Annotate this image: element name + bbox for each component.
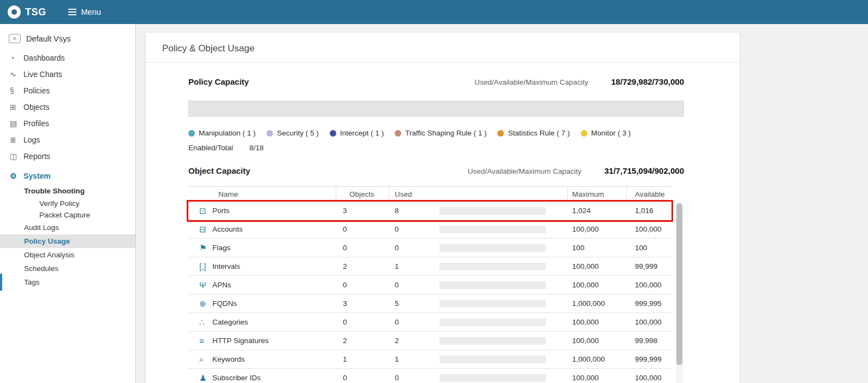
cell-available: 100,000	[627, 318, 671, 326]
sidebar-item-policies[interactable]: § Policies	[0, 83, 135, 99]
sidebar-system-label: System	[23, 172, 51, 180]
cell-used: 2	[389, 337, 439, 345]
sidebar-item-label: Live Charts	[23, 70, 62, 79]
sidebar-item-live-charts[interactable]: ∿ Live Charts	[0, 66, 135, 83]
table-row-http-signatures: ≡HTTP Signatures 2 2 100,000 99,998	[188, 332, 671, 350]
table-row-fqdns: ⊕FQDNs 3 5 1,000,000 999,995	[188, 294, 671, 313]
object-capacity-title: Object Capacity	[188, 166, 250, 175]
column-header-maximum: Maximum	[568, 187, 627, 201]
legend-item-security: Security ( 5 )	[266, 129, 319, 137]
antenna-icon: Ψ	[199, 280, 212, 290]
cell-used: 8	[389, 207, 439, 215]
legend-item-monitor: Monitor ( 3 )	[581, 129, 631, 137]
legend-label: Traffic Shaping Rule ( 1 )	[405, 129, 486, 137]
menu-button[interactable]: Menu	[68, 8, 101, 16]
cell-maximum: 100,000	[568, 337, 627, 345]
usage-bar	[439, 337, 546, 345]
usage-bar	[439, 244, 546, 252]
reports-icon: ◫	[10, 152, 23, 161]
page-title: Policy & Object Usage	[146, 33, 740, 63]
cell-objects: 0	[336, 318, 389, 326]
gear-icon: ⚙	[10, 172, 23, 180]
sidebar-item-default-vsys[interactable]: ≡ Default Vsys	[0, 27, 135, 50]
globe-icon: ⊕	[199, 299, 212, 309]
cell-used: 5	[389, 299, 439, 308]
cell-name: Ports	[212, 207, 230, 215]
legend-item-statistics-rule: Statistics Rule ( 7 )	[497, 129, 569, 137]
cell-name: FQDNs	[212, 299, 237, 308]
document-icon: ≡	[199, 336, 212, 345]
cell-name: Flags	[212, 244, 230, 252]
sidebar-item-policy-usage[interactable]: Policy Usage	[0, 234, 135, 248]
sitemap-icon: ∴	[199, 317, 212, 327]
cell-maximum: 100,000	[568, 374, 627, 382]
cell-name: Intervals	[212, 262, 240, 270]
usage-bar	[439, 300, 546, 308]
cell-available: 100,000	[627, 225, 671, 233]
cell-used: 0	[389, 318, 439, 326]
flag-icon: ⚑	[199, 243, 212, 253]
sidebar-item-schedules[interactable]: Schedules	[0, 262, 135, 275]
legend-item-intercept: Intercept ( 1 )	[330, 129, 384, 137]
enabled-total-label: Enabled/Total	[188, 144, 233, 152]
cell-objects: 1	[336, 355, 389, 363]
sidebar-item-reports[interactable]: ◫ Reports	[0, 148, 135, 164]
usage-bar	[439, 374, 546, 382]
usage-bar	[439, 319, 546, 326]
cell-used: 0	[389, 225, 439, 233]
ports-icon: ⊡	[199, 206, 212, 216]
table-row-ports: ⊡Ports 3 8 1,024 1,016	[188, 202, 671, 220]
main-content: Policy & Object Usage Policy Capacity Us…	[136, 24, 868, 383]
sidebar-item-packet-capture[interactable]: Packet Capture	[0, 209, 135, 221]
magnifier-icon: ⌕	[199, 355, 212, 364]
policies-icon: §	[10, 86, 23, 95]
dashboard-icon: ◔	[10, 54, 23, 62]
profiles-icon: ▤	[10, 119, 23, 128]
sidebar-item-verify-policy[interactable]: Verify Policy	[0, 198, 135, 209]
sidebar-item-trouble-shooting[interactable]: Trouble Shooting	[0, 184, 135, 198]
sidebar-item-object-analysis[interactable]: Object Analysis	[0, 248, 135, 262]
object-capacity-header: Object Capacity Used/Available/Maximum C…	[188, 166, 684, 175]
sidebar: ≡ Default Vsys ◔ Dashboards ∿ Live Chart…	[0, 24, 136, 383]
cell-available: 999,995	[627, 299, 671, 308]
cell-used: 0	[389, 244, 439, 252]
chart-icon: ∿	[10, 70, 23, 79]
sidebar-item-audit-logs[interactable]: Audit Logs	[0, 221, 135, 234]
logs-icon: ≣	[10, 135, 23, 144]
sidebar-item-system[interactable]: ⚙ System	[0, 168, 135, 184]
policy-object-usage-card: Policy & Object Usage Policy Capacity Us…	[146, 33, 740, 383]
legend-dot	[266, 130, 273, 137]
brand: TSG	[8, 5, 46, 19]
table-header-row: Name Objects Used Maximum Available	[188, 186, 671, 202]
table-row-categories: ∴Categories 0 0 100,000 100,000	[188, 313, 671, 332]
table-scrollbar[interactable]	[676, 202, 683, 383]
sidebar-item-logs[interactable]: ≣ Logs	[0, 132, 135, 148]
legend-label: Statistics Rule ( 7 )	[508, 129, 569, 137]
hamburger-icon	[68, 11, 76, 13]
policy-capacity-title: Policy Capacity	[188, 77, 249, 86]
cell-name: Subscriber IDs	[212, 374, 261, 382]
sidebar-item-label: Policies	[23, 86, 50, 95]
legend-dot	[395, 130, 401, 137]
table-scrollbar-thumb[interactable]	[676, 203, 682, 365]
menu-label: Menu	[81, 8, 101, 16]
sidebar-item-profiles[interactable]: ▤ Profiles	[0, 115, 135, 132]
cell-available: 100,000	[627, 281, 671, 289]
cell-maximum: 1,000,000	[568, 355, 627, 363]
legend-item-manipulation: Manipulation ( 1 )	[188, 129, 255, 137]
sidebar-item-objects[interactable]: ⊞ Objects	[0, 99, 135, 115]
object-capacity-label: Used/Available/Maximum Capacity	[468, 167, 581, 175]
cell-objects: 0	[336, 225, 389, 233]
cell-available: 100	[627, 244, 671, 252]
usage-bar	[439, 226, 546, 233]
table-row-apns: ΨAPNs 0 0 100,000 100,000	[188, 276, 671, 294]
policy-capacity-value: 18/729,982/730,000	[611, 77, 684, 86]
legend-label: Manipulation ( 1 )	[199, 129, 255, 137]
sidebar-item-tags[interactable]: Tags	[0, 275, 135, 289]
sidebar-item-dashboards[interactable]: ◔ Dashboards	[0, 50, 135, 66]
layers-icon: ≡	[9, 34, 21, 43]
legend-dot	[330, 130, 336, 137]
column-header-objects: Objects	[336, 187, 389, 201]
object-capacity-value: 31/7,715,094/902,000	[604, 166, 684, 175]
brand-name: TSG	[25, 7, 46, 18]
